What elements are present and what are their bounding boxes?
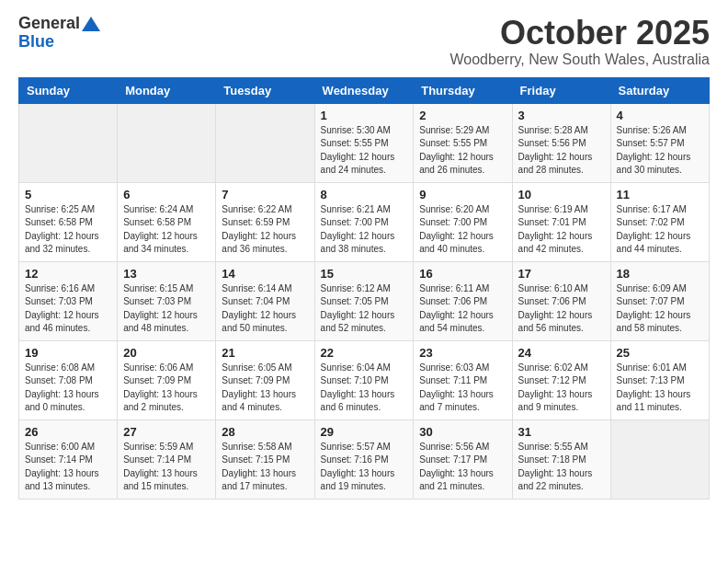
calendar-cell: 12Sunrise: 6:16 AM Sunset: 7:03 PM Dayli… [19,261,118,340]
day-info: Sunrise: 5:58 AM Sunset: 7:15 PM Dayligh… [222,441,308,494]
calendar-cell: 1Sunrise: 5:30 AM Sunset: 5:55 PM Daylig… [314,103,414,182]
day-info: Sunrise: 6:24 AM Sunset: 6:58 PM Dayligh… [123,203,210,257]
calendar-cell: 6Sunrise: 6:24 AM Sunset: 6:58 PM Daylig… [118,182,216,261]
day-info: Sunrise: 6:11 AM Sunset: 7:06 PM Dayligh… [419,282,506,336]
logo-icon [82,17,100,31]
calendar-cell: 14Sunrise: 6:14 AM Sunset: 7:04 PM Dayli… [216,261,314,340]
day-info: Sunrise: 6:17 AM Sunset: 7:02 PM Dayligh… [617,203,703,257]
day-number: 7 [222,188,308,201]
location: Woodberry, New South Wales, Australia [450,52,711,68]
logo-general: General [18,15,80,33]
day-number: 15 [321,267,408,281]
day-number: 1 [321,109,408,122]
calendar-cell: 10Sunrise: 6:19 AM Sunset: 7:01 PM Dayli… [512,182,610,261]
day-info: Sunrise: 6:09 AM Sunset: 7:07 PM Dayligh… [617,282,703,336]
day-number: 2 [419,109,506,122]
calendar-cell [19,103,118,182]
weekday-wednesday: Wednesday [314,77,414,103]
calendar-cell: 27Sunrise: 5:59 AM Sunset: 7:14 PM Dayli… [118,419,216,499]
day-number: 26 [25,425,111,439]
weekday-header-row: SundayMondayTuesdayWednesdayThursdayFrid… [19,77,710,103]
calendar-week-5: 26Sunrise: 6:00 AM Sunset: 7:14 PM Dayli… [19,419,710,499]
calendar-cell [610,419,709,499]
day-number: 29 [321,425,408,439]
calendar-cell: 16Sunrise: 6:11 AM Sunset: 7:06 PM Dayli… [414,261,512,340]
weekday-thursday: Thursday [414,77,512,103]
day-number: 16 [419,267,506,281]
day-number: 23 [419,346,506,360]
day-info: Sunrise: 6:01 AM Sunset: 7:13 PM Dayligh… [617,362,703,415]
day-number: 17 [518,267,605,281]
day-info: Sunrise: 6:25 AM Sunset: 6:58 PM Dayligh… [25,203,111,257]
calendar-cell: 20Sunrise: 6:06 AM Sunset: 7:09 PM Dayli… [118,340,216,419]
day-info: Sunrise: 6:22 AM Sunset: 6:59 PM Dayligh… [222,203,308,257]
day-info: Sunrise: 5:26 AM Sunset: 5:57 PM Dayligh… [617,124,703,178]
day-number: 22 [321,346,408,360]
day-number: 27 [123,425,210,439]
day-info: Sunrise: 6:14 AM Sunset: 7:04 PM Dayligh… [222,282,308,336]
calendar-table: SundayMondayTuesdayWednesdayThursdayFrid… [18,77,710,500]
calendar-cell: 19Sunrise: 6:08 AM Sunset: 7:08 PM Dayli… [19,340,118,419]
calendar-cell: 4Sunrise: 5:26 AM Sunset: 5:57 PM Daylig… [610,103,709,182]
calendar-cell: 13Sunrise: 6:15 AM Sunset: 7:03 PM Dayli… [118,261,216,340]
calendar-cell [216,103,314,182]
day-info: Sunrise: 5:28 AM Sunset: 5:56 PM Dayligh… [518,124,605,178]
day-number: 4 [617,109,703,122]
day-number: 20 [123,346,210,360]
day-info: Sunrise: 6:03 AM Sunset: 7:11 PM Dayligh… [419,362,506,415]
calendar-cell: 21Sunrise: 6:05 AM Sunset: 7:09 PM Dayli… [216,340,314,419]
day-number: 21 [222,346,308,360]
day-info: Sunrise: 6:06 AM Sunset: 7:09 PM Dayligh… [123,362,210,415]
day-info: Sunrise: 5:59 AM Sunset: 7:14 PM Dayligh… [123,441,210,494]
calendar-cell: 22Sunrise: 6:04 AM Sunset: 7:10 PM Dayli… [314,340,414,419]
weekday-monday: Monday [118,77,216,103]
day-info: Sunrise: 6:10 AM Sunset: 7:06 PM Dayligh… [518,282,605,336]
day-number: 31 [518,425,605,439]
calendar-week-1: 1Sunrise: 5:30 AM Sunset: 5:55 PM Daylig… [19,103,710,182]
calendar-cell: 18Sunrise: 6:09 AM Sunset: 7:07 PM Dayli… [610,261,709,340]
calendar-week-2: 5Sunrise: 6:25 AM Sunset: 6:58 PM Daylig… [19,182,710,261]
day-info: Sunrise: 6:08 AM Sunset: 7:08 PM Dayligh… [25,362,111,415]
day-info: Sunrise: 6:19 AM Sunset: 7:01 PM Dayligh… [518,203,605,257]
weekday-tuesday: Tuesday [216,77,314,103]
day-number: 13 [123,267,210,281]
day-info: Sunrise: 5:57 AM Sunset: 7:16 PM Dayligh… [321,441,408,494]
day-number: 5 [25,188,111,201]
weekday-sunday: Sunday [19,77,118,103]
day-info: Sunrise: 6:00 AM Sunset: 7:14 PM Dayligh… [25,441,111,494]
calendar-cell [118,103,216,182]
calendar-cell: 9Sunrise: 6:20 AM Sunset: 7:00 PM Daylig… [414,182,512,261]
calendar-cell: 11Sunrise: 6:17 AM Sunset: 7:02 PM Dayli… [610,182,709,261]
day-number: 3 [518,109,605,122]
day-number: 9 [419,188,506,201]
day-number: 6 [123,188,210,201]
calendar-cell: 8Sunrise: 6:21 AM Sunset: 7:00 PM Daylig… [314,182,414,261]
day-number: 24 [518,346,605,360]
calendar-cell: 28Sunrise: 5:58 AM Sunset: 7:15 PM Dayli… [216,419,314,499]
day-info: Sunrise: 6:21 AM Sunset: 7:00 PM Dayligh… [321,203,408,257]
calendar-cell: 5Sunrise: 6:25 AM Sunset: 6:58 PM Daylig… [19,182,118,261]
calendar-cell: 31Sunrise: 5:55 AM Sunset: 7:18 PM Dayli… [512,419,610,499]
title-block: October 2025 Woodberry, New South Wales,… [450,15,711,68]
day-info: Sunrise: 6:04 AM Sunset: 7:10 PM Dayligh… [321,362,408,415]
day-number: 30 [419,425,506,439]
day-info: Sunrise: 5:30 AM Sunset: 5:55 PM Dayligh… [321,124,408,178]
day-number: 18 [617,267,703,281]
day-number: 19 [25,346,111,360]
calendar-cell: 2Sunrise: 5:29 AM Sunset: 5:55 PM Daylig… [414,103,512,182]
day-number: 25 [617,346,703,360]
day-number: 10 [518,188,605,201]
day-info: Sunrise: 5:29 AM Sunset: 5:55 PM Dayligh… [419,124,506,178]
day-number: 12 [25,267,111,281]
day-info: Sunrise: 6:02 AM Sunset: 7:12 PM Dayligh… [518,362,605,415]
calendar-cell: 29Sunrise: 5:57 AM Sunset: 7:16 PM Dayli… [314,419,414,499]
day-info: Sunrise: 6:12 AM Sunset: 7:05 PM Dayligh… [321,282,408,336]
day-info: Sunrise: 5:55 AM Sunset: 7:18 PM Dayligh… [518,441,605,494]
calendar-cell: 30Sunrise: 5:56 AM Sunset: 7:17 PM Dayli… [414,419,512,499]
calendar-week-4: 19Sunrise: 6:08 AM Sunset: 7:08 PM Dayli… [19,340,710,419]
calendar-cell: 17Sunrise: 6:10 AM Sunset: 7:06 PM Dayli… [512,261,610,340]
calendar-cell: 24Sunrise: 6:02 AM Sunset: 7:12 PM Dayli… [512,340,610,419]
day-info: Sunrise: 6:15 AM Sunset: 7:03 PM Dayligh… [123,282,210,336]
calendar-week-3: 12Sunrise: 6:16 AM Sunset: 7:03 PM Dayli… [19,261,710,340]
calendar-cell: 7Sunrise: 6:22 AM Sunset: 6:59 PM Daylig… [216,182,314,261]
